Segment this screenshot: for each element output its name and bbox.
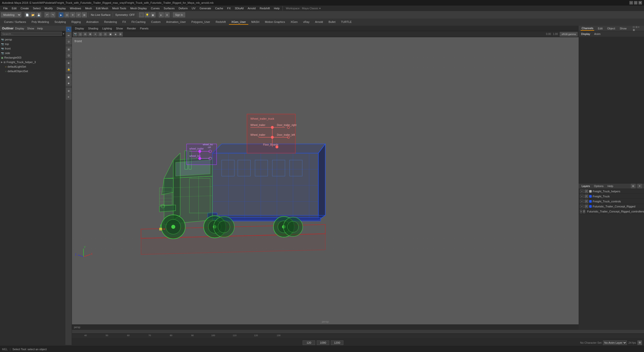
layer-p-helpers[interactable]: P [585, 190, 588, 193]
new-scene-btn[interactable]: 📄 [25, 12, 30, 17]
menu-display[interactable]: Display [55, 6, 68, 10]
channel-tab-channels[interactable]: Channels [581, 26, 594, 31]
lasso-tool-btn[interactable]: ⊡ [64, 12, 69, 17]
menu-mesh-tools[interactable]: Mesh Tools [110, 6, 128, 10]
rotate-tool-btn[interactable]: ↺ [76, 12, 81, 17]
layers-tab-options[interactable]: Options [593, 184, 605, 188]
camera-btn[interactable]: 🎥 [139, 12, 144, 17]
outliner-item-rectangle003[interactable]: ▣ Rectangle003 [0, 55, 65, 60]
render-btn[interactable]: ▣ [150, 12, 155, 17]
layers-tab-layers[interactable]: Layers [581, 184, 591, 188]
vp-toggle4[interactable]: ≡ [93, 32, 98, 36]
tab-xgen[interactable]: XGen [288, 20, 300, 25]
menu-arnold[interactable]: Arnold [246, 6, 258, 10]
maximize-button[interactable]: □ [634, 1, 637, 5]
vp-cam-select[interactable]: 📷 [73, 32, 77, 36]
menu-uv[interactable]: UV [190, 6, 197, 10]
layer-item-truck-controls[interactable]: V P Freight_Truck_controls [579, 199, 644, 204]
viewport-canvas[interactable]: front [72, 37, 579, 324]
menu-edit-mesh[interactable]: Edit Mesh [94, 6, 110, 10]
end-frame-input2[interactable] [317, 340, 329, 345]
side-tool1[interactable]: ⊛ [66, 88, 71, 94]
show-hide-btn[interactable]: 👁 [66, 60, 71, 66]
vp-menu-panels[interactable]: Panels [139, 26, 150, 30]
outliner-menu-show[interactable]: Show [26, 27, 36, 30]
tab-rendering[interactable]: Rendering [102, 20, 119, 25]
menu-windows[interactable]: Windows [68, 6, 83, 10]
play-btn[interactable]: ⏵ [159, 12, 164, 17]
layers-del-btn[interactable]: ✕ [637, 184, 642, 188]
vp-toggle8[interactable]: ◈ [113, 32, 118, 36]
outliner-menu-display[interactable]: Display [14, 27, 26, 30]
mode-select[interactable]: Modeling Rigging Animation FX Rendering [1, 12, 21, 17]
tab-vray[interactable]: vRay [301, 20, 312, 25]
sculpt-btn[interactable]: ⊙ [66, 39, 71, 44]
outliner-item-freight-helper[interactable]: ▶ ⊞ Freight_Truck_helper_3 [0, 60, 65, 64]
magnet-btn[interactable]: ⊡ [66, 53, 71, 58]
outliner-menu-help[interactable]: Help [36, 27, 45, 30]
tab-motion-graphics[interactable]: Motion Graphics [262, 20, 288, 25]
close-button[interactable]: ✕ [638, 1, 642, 5]
tab-fx[interactable]: FX [120, 20, 129, 25]
tab-arnold[interactable]: Arnold [312, 20, 326, 25]
select-mode-btn[interactable]: ↖ [66, 27, 71, 32]
open-scene-btn[interactable]: 📂 [30, 12, 35, 17]
outliner-item-front[interactable]: 📷 front [0, 46, 65, 51]
vp-menu-lighting[interactable]: Lighting [101, 26, 113, 30]
end-frame-input1[interactable] [303, 340, 315, 345]
menu-select[interactable]: Select [31, 6, 43, 10]
menu-3dtoall[interactable]: 3DtoAll [233, 6, 245, 10]
vp-toggle6[interactable]: ⊡ [103, 32, 108, 36]
end-frame-input3[interactable] [331, 340, 343, 345]
menu-redshift[interactable]: Redshift [258, 6, 271, 10]
layer-vis-trailer-ctrl[interactable]: V [580, 210, 582, 213]
layer-vis-truck-controls[interactable]: V [580, 200, 584, 203]
tab-sculpting[interactable]: Sculpting [52, 20, 68, 25]
tab-poly-modeling[interactable]: Poly Modeling [29, 20, 51, 25]
layer-p-trailer-ctrl[interactable]: P [583, 210, 585, 213]
anim-layer-select[interactable]: No Anim Layer [603, 340, 627, 345]
vp-menu-shading[interactable]: Shading [87, 26, 100, 30]
outliner-item-persp[interactable]: 📷 persp [0, 37, 65, 42]
layer-p-trailer[interactable]: P [585, 205, 588, 208]
select-tool-btn[interactable]: ▶ [59, 12, 64, 17]
xray-btn[interactable]: ◈ [66, 80, 71, 86]
layer-item-trailer[interactable]: V P Futuristic_Trailer_Concept_Rigged [579, 204, 644, 209]
render-view-btn[interactable]: ▣ [66, 74, 71, 80]
minimize-button[interactable]: ─ [629, 1, 633, 5]
save-scene-btn[interactable]: 💾 [36, 12, 41, 17]
channel-tab-show[interactable]: Show [619, 26, 628, 30]
tab-rigging[interactable]: Rigging [69, 20, 83, 25]
menu-create[interactable]: Create [19, 6, 31, 10]
menu-edit[interactable]: Edit [10, 6, 18, 10]
outliner-item-default-object-set[interactable]: ○ defaultObjectSet [0, 69, 65, 73]
tab-curves-surfaces[interactable]: Curves / Surfaces [2, 20, 28, 25]
tab-polygons-user[interactable]: Polygons_User [189, 20, 213, 25]
layer-p-truck[interactable]: P [585, 195, 588, 198]
vp-menu-display[interactable]: Display [73, 26, 86, 30]
layer-item-truck[interactable]: V P Freight_Truck [579, 194, 644, 199]
vp-toggle3[interactable]: ⊠ [88, 32, 93, 36]
menu-surfaces[interactable]: Surfaces [162, 6, 176, 10]
undo-btn[interactable]: ↶ [45, 12, 50, 17]
menu-mesh[interactable]: Mesh [83, 6, 94, 10]
vp-toggle7[interactable]: ▣ [108, 32, 113, 36]
menu-curves[interactable]: Curves [149, 6, 162, 10]
tab-redshift[interactable]: Redshift [213, 20, 228, 25]
paint-btn[interactable]: ✏ [66, 33, 71, 38]
menu-cache[interactable]: Cache [213, 6, 225, 10]
layer-item-helpers[interactable]: V P Freight_Truck_helpers [579, 189, 644, 194]
redo-btn[interactable]: ↷ [50, 12, 55, 17]
menu-file[interactable]: File [2, 6, 10, 10]
side-tool2[interactable]: ≡ [66, 94, 71, 100]
menu-generate[interactable]: Generate [198, 6, 213, 10]
vp-toggle1[interactable]: ◫ [78, 32, 83, 36]
tab-animation[interactable]: Animation [84, 20, 101, 25]
vp-menu-render[interactable]: Render [126, 26, 138, 30]
layer-vis-trailer[interactable]: V [580, 205, 584, 208]
tab-bullet[interactable]: Bullet [326, 20, 338, 25]
stop-btn[interactable]: ⏸ [165, 12, 170, 17]
scale-tool-btn[interactable]: ⊞ [82, 12, 87, 17]
channel-tab-edit[interactable]: Edit [597, 26, 603, 30]
subtab-anim[interactable]: Anim [593, 32, 601, 36]
